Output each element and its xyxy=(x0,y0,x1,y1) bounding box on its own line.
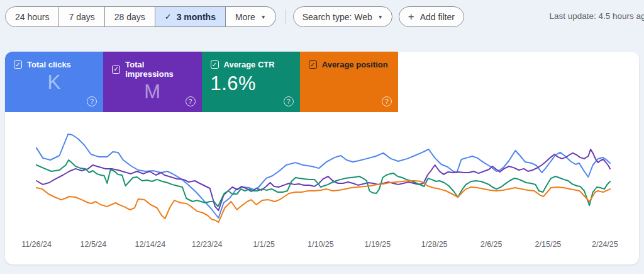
date-range-group: 24 hours7 days28 days✓3 months More ▼ xyxy=(5,6,276,27)
help-icon[interactable]: ? xyxy=(87,96,97,106)
add-filter-button[interactable]: + Add filter xyxy=(399,6,464,27)
date-range-label: 7 days xyxy=(69,12,94,22)
x-axis-label: 2/15/25 xyxy=(535,240,562,249)
x-axis-label: 12/14/24 xyxy=(135,240,165,249)
metric-card-average-ctr[interactable]: ✓Average CTR1.6%? xyxy=(202,52,300,112)
x-axis-label: 1/1/25 xyxy=(253,240,275,249)
x-axis-label: 1/19/25 xyxy=(364,240,391,249)
last-update-text: Last update: 4.5 hours ago xyxy=(549,11,644,21)
x-axis-labels: 11/26/2412/5/2412/14/2412/23/241/1/251/1… xyxy=(36,240,611,253)
metric-value: M xyxy=(112,81,192,103)
x-axis-label: 12/5/24 xyxy=(80,240,107,249)
date-range-7-days[interactable]: 7 days xyxy=(59,6,104,27)
metric-checkbox[interactable]: ✓ xyxy=(309,60,317,69)
x-axis-label: 12/23/24 xyxy=(192,240,223,249)
search-type-label: Search type: Web xyxy=(303,12,372,22)
date-range-label: 28 days xyxy=(114,12,145,22)
x-axis-label: 2/24/25 xyxy=(592,240,618,249)
help-icon[interactable]: ? xyxy=(186,96,196,106)
metric-label: Total impressions xyxy=(125,60,192,79)
performance-chart[interactable] xyxy=(36,123,611,230)
date-range-3-months[interactable]: ✓3 months xyxy=(155,6,226,27)
date-range-label: 24 hours xyxy=(15,12,49,22)
more-button-label: More xyxy=(235,12,255,22)
x-axis-label: 1/28/25 xyxy=(421,240,448,249)
search-type-button[interactable]: Search type: Web ▼ xyxy=(293,6,392,27)
chevron-down-icon: ▼ xyxy=(378,14,383,20)
add-filter-label: Add filter xyxy=(420,12,455,22)
help-icon[interactable]: ? xyxy=(284,96,294,106)
toolbar-divider xyxy=(285,9,286,25)
x-axis-label: 1/10/25 xyxy=(308,240,334,249)
chart-line-average-position xyxy=(36,181,610,222)
metric-card-title: ✓Total clicks xyxy=(14,60,94,69)
chart-canvas xyxy=(36,123,611,230)
metric-card-average-position[interactable]: ✓Average position? xyxy=(300,52,398,112)
metric-label: Total clicks xyxy=(27,60,71,69)
metric-checkbox[interactable]: ✓ xyxy=(14,60,22,69)
metric-label: Average position xyxy=(322,60,388,69)
help-icon[interactable]: ? xyxy=(382,96,392,106)
metric-cards: ✓Total clicksK?✓Total impressionsM?✓Aver… xyxy=(5,52,639,112)
check-icon: ✓ xyxy=(165,12,172,21)
metric-card-title: ✓Total impressions xyxy=(112,60,192,79)
metric-label: Average CTR xyxy=(224,60,275,69)
metric-checkbox[interactable]: ✓ xyxy=(112,66,120,74)
metric-value: K xyxy=(14,71,94,94)
date-range-24-hours[interactable]: 24 hours xyxy=(5,6,59,27)
metric-checkbox[interactable]: ✓ xyxy=(211,60,219,69)
metric-value: 1.6% xyxy=(211,72,291,95)
date-range-28-days[interactable]: 28 days xyxy=(105,6,155,27)
chart-line-average-ctr xyxy=(36,160,610,207)
date-range-label: 3 months xyxy=(177,12,216,22)
metric-card-title: ✓Average CTR xyxy=(211,60,291,69)
x-axis-label: 11/26/24 xyxy=(21,240,52,249)
metric-card-total-clicks[interactable]: ✓Total clicksK? xyxy=(5,52,103,112)
plus-icon: + xyxy=(408,11,414,23)
performance-panel: ✓Total clicksK?✓Total impressionsM?✓Aver… xyxy=(5,52,639,265)
metric-card-title: ✓Average position xyxy=(309,60,389,69)
more-button[interactable]: More ▼ xyxy=(226,6,276,27)
x-axis-label: 2/6/25 xyxy=(480,240,502,249)
metric-card-total-impressions[interactable]: ✓Total impressionsM? xyxy=(103,52,201,112)
chevron-down-icon: ▼ xyxy=(261,14,266,20)
toolbar: 24 hours7 days28 days✓3 months More ▼ Se… xyxy=(5,6,644,27)
